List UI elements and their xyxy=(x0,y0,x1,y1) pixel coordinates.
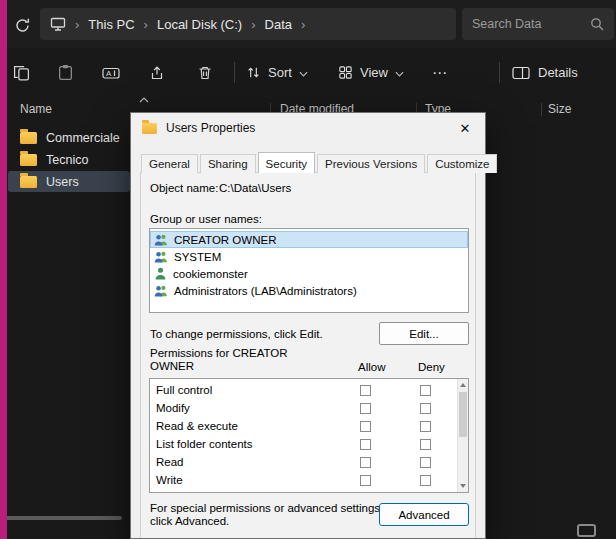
deny-checkbox[interactable] xyxy=(420,439,431,450)
accent-strip xyxy=(0,0,7,539)
tab-customize[interactable]: Customize xyxy=(427,154,497,173)
deny-checkbox[interactable] xyxy=(420,385,431,396)
user-icon xyxy=(154,267,167,280)
folder-icon xyxy=(20,132,37,144)
edit-button[interactable]: Edit... xyxy=(379,322,469,345)
more-options-button[interactable]: ⋯ xyxy=(426,48,454,97)
list-item-cookiemonster[interactable]: cookiemonster xyxy=(150,265,468,282)
paste-button[interactable] xyxy=(50,58,80,88)
column-header-name[interactable]: Name xyxy=(20,102,52,116)
rename-icon: A xyxy=(102,65,120,81)
toolbar-divider xyxy=(499,62,500,83)
dialog-title: Users Properties xyxy=(166,121,255,135)
horizontal-scrollbar[interactable] xyxy=(4,516,122,520)
breadcrumb-item-this-pc[interactable]: This PC xyxy=(86,17,136,32)
permission-row[interactable]: Read xyxy=(150,454,468,472)
scroll-up-icon[interactable] xyxy=(460,383,466,387)
breadcrumb-separator: › xyxy=(244,17,262,32)
deny-checkbox[interactable] xyxy=(420,457,431,468)
file-row-users[interactable]: Users xyxy=(8,171,130,192)
details-icon xyxy=(512,66,530,80)
scrollbar-thumb[interactable] xyxy=(459,392,467,437)
allow-checkbox[interactable] xyxy=(360,475,371,486)
breadcrumb-item-local-disk[interactable]: Local Disk (C:) xyxy=(155,17,244,32)
scroll-down-icon[interactable] xyxy=(460,484,466,488)
permissions-list: Full control Modify Read & execute List … xyxy=(149,378,469,493)
tab-security[interactable]: Security xyxy=(258,152,316,173)
command-toolbar: A Sort View ⋯ Details xyxy=(0,48,616,97)
group-user-names-label: Group or user names: xyxy=(150,213,262,225)
permission-row[interactable]: Full control xyxy=(150,382,468,400)
tab-previous-versions[interactable]: Previous Versions xyxy=(317,154,425,173)
allow-checkbox[interactable] xyxy=(360,457,371,468)
chevron-down-icon xyxy=(395,71,404,77)
close-icon[interactable]: ✕ xyxy=(449,115,481,141)
deny-checkbox[interactable] xyxy=(420,421,431,432)
share-button[interactable] xyxy=(142,58,172,88)
status-bar-view-icon[interactable] xyxy=(577,524,596,537)
list-item-system[interactable]: SYSTEM xyxy=(150,248,468,265)
file-name: Commerciale xyxy=(46,131,120,145)
sort-dropdown[interactable]: Sort xyxy=(246,48,308,97)
allow-column-header: Allow xyxy=(358,361,385,373)
sort-label: Sort xyxy=(268,65,292,80)
advanced-button[interactable]: Advanced xyxy=(379,503,469,526)
file-name: Users xyxy=(46,175,79,189)
refresh-button[interactable] xyxy=(9,12,35,38)
permission-row[interactable]: Modify xyxy=(150,400,468,418)
users-properties-dialog: Users Properties ✕ General Sharing Secur… xyxy=(130,112,486,539)
sort-icon xyxy=(246,65,261,80)
rename-button[interactable]: A xyxy=(96,58,126,88)
list-item-administrators[interactable]: Administrators (LAB\Administrators) xyxy=(150,282,468,299)
permission-label: Read xyxy=(156,456,184,468)
tab-sharing[interactable]: Sharing xyxy=(200,154,256,173)
view-dropdown[interactable]: View xyxy=(338,48,404,97)
user-group-icon xyxy=(154,250,168,263)
paste-icon xyxy=(57,64,74,81)
permission-label: Special permissions xyxy=(156,492,258,493)
list-item-creator-owner[interactable]: CREATOR OWNER xyxy=(150,231,468,248)
user-group-icon xyxy=(154,284,168,297)
permission-row[interactable]: Write xyxy=(150,472,468,490)
permission-label: List folder contents xyxy=(156,438,253,450)
allow-checkbox[interactable] xyxy=(360,421,371,432)
permission-label: Full control xyxy=(156,384,212,396)
details-pane-button[interactable]: Details xyxy=(512,48,578,97)
permission-label: Read & execute xyxy=(156,420,238,432)
search-box[interactable] xyxy=(462,8,614,40)
toolbar-divider xyxy=(234,62,235,83)
folder-icon xyxy=(142,123,157,134)
delete-icon xyxy=(197,65,213,81)
deny-checkbox[interactable] xyxy=(420,475,431,486)
svg-text:A: A xyxy=(106,69,112,78)
this-pc-icon[interactable] xyxy=(50,16,66,32)
search-input[interactable] xyxy=(472,17,584,31)
vertical-scrollbar[interactable] xyxy=(457,379,468,492)
list-item-label: cookiemonster xyxy=(173,268,248,280)
breadcrumb-separator: › xyxy=(68,17,86,32)
share-icon xyxy=(149,65,165,81)
list-item-label: CREATOR OWNER xyxy=(174,234,276,246)
permission-row[interactable]: Read & execute xyxy=(150,418,468,436)
delete-button[interactable] xyxy=(190,58,220,88)
permission-row[interactable]: List folder contents xyxy=(150,436,468,454)
search-icon xyxy=(590,17,604,31)
refresh-icon xyxy=(14,17,31,34)
tab-general[interactable]: General xyxy=(141,154,198,173)
allow-checkbox[interactable] xyxy=(360,403,371,414)
dialog-tabstrip: General Sharing Security Previous Versio… xyxy=(141,152,499,173)
copy-button[interactable] xyxy=(6,58,36,88)
permission-row[interactable]: Special permissions xyxy=(150,490,468,493)
breadcrumb-item-data[interactable]: Data xyxy=(263,17,294,32)
deny-checkbox[interactable] xyxy=(420,403,431,414)
permissions-for-label: Permissions for CREATOR OWNER xyxy=(150,347,300,373)
breadcrumb: › This PC › Local Disk (C:) › Data › xyxy=(40,8,456,40)
dialog-titlebar[interactable]: Users Properties ✕ xyxy=(131,113,485,143)
group-user-list: CREATOR OWNER SYSTEM cookiemonster Admin… xyxy=(149,228,469,313)
allow-checkbox[interactable] xyxy=(360,385,371,396)
details-label: Details xyxy=(538,65,578,80)
object-name-value: C:\Data\Users xyxy=(219,182,291,194)
advanced-hint-text: For special permissions or advanced sett… xyxy=(150,502,388,528)
column-header-size[interactable]: Size xyxy=(548,102,571,116)
allow-checkbox[interactable] xyxy=(360,439,371,450)
